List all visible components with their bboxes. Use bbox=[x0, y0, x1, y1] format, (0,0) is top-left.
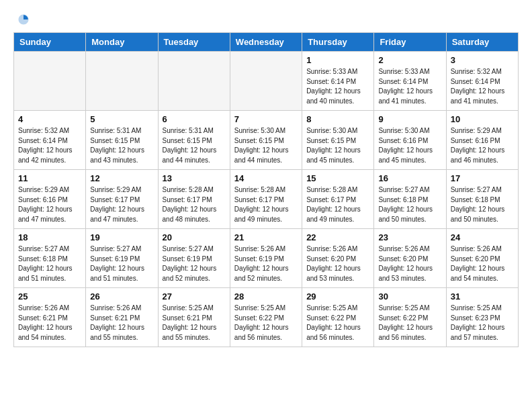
day-info: Sunrise: 5:25 AMSunset: 6:22 PMDaylight:… bbox=[306, 304, 369, 342]
day-info: Sunrise: 5:30 AMSunset: 6:16 PMDaylight:… bbox=[378, 126, 441, 165]
day-info: Sunrise: 5:33 AMSunset: 6:14 PMDaylight:… bbox=[306, 67, 369, 106]
day-number: 26 bbox=[90, 291, 153, 302]
calendar-cell: 8Sunrise: 5:30 AMSunset: 6:15 PMDaylight… bbox=[302, 111, 374, 170]
day-info: Sunrise: 5:27 AMSunset: 6:19 PMDaylight:… bbox=[90, 244, 153, 283]
page-header bbox=[13, 13, 519, 26]
calendar-cell: 15Sunrise: 5:28 AMSunset: 6:17 PMDayligh… bbox=[302, 170, 374, 229]
calendar-cell: 26Sunrise: 5:26 AMSunset: 6:21 PMDayligh… bbox=[86, 288, 158, 347]
calendar-cell: 16Sunrise: 5:27 AMSunset: 6:18 PMDayligh… bbox=[374, 170, 446, 229]
day-info: Sunrise: 5:25 AMSunset: 6:23 PMDaylight:… bbox=[451, 304, 514, 342]
day-info: Sunrise: 5:26 AMSunset: 6:21 PMDaylight:… bbox=[90, 304, 153, 342]
weekday-header-thursday: Thursday bbox=[302, 33, 374, 52]
day-number: 21 bbox=[234, 232, 298, 242]
weekday-header-wednesday: Wednesday bbox=[230, 33, 302, 52]
day-info: Sunrise: 5:29 AMSunset: 6:17 PMDaylight:… bbox=[90, 185, 153, 224]
day-number: 2 bbox=[378, 55, 441, 65]
weekday-header-saturday: Saturday bbox=[446, 33, 518, 52]
calendar-cell: 29Sunrise: 5:25 AMSunset: 6:22 PMDayligh… bbox=[302, 288, 374, 347]
day-info: Sunrise: 5:30 AMSunset: 6:15 PMDaylight:… bbox=[306, 126, 369, 165]
calendar-cell: 18Sunrise: 5:27 AMSunset: 6:18 PMDayligh… bbox=[14, 229, 86, 288]
day-number: 18 bbox=[18, 232, 81, 242]
day-number: 11 bbox=[18, 173, 81, 183]
day-number: 22 bbox=[306, 232, 369, 242]
calendar-cell: 5Sunrise: 5:31 AMSunset: 6:15 PMDaylight… bbox=[86, 111, 158, 170]
day-number: 13 bbox=[163, 173, 226, 183]
weekday-header-tuesday: Tuesday bbox=[158, 33, 230, 52]
day-info: Sunrise: 5:29 AMSunset: 6:16 PMDaylight:… bbox=[451, 126, 514, 165]
calendar-cell: 31Sunrise: 5:25 AMSunset: 6:23 PMDayligh… bbox=[446, 288, 518, 347]
calendar-cell bbox=[14, 52, 86, 111]
day-number: 6 bbox=[163, 114, 226, 124]
day-info: Sunrise: 5:25 AMSunset: 6:21 PMDaylight:… bbox=[163, 304, 226, 342]
day-info: Sunrise: 5:28 AMSunset: 6:17 PMDaylight:… bbox=[163, 185, 226, 224]
day-number: 4 bbox=[18, 114, 81, 124]
logo bbox=[13, 13, 30, 26]
calendar-cell: 17Sunrise: 5:27 AMSunset: 6:18 PMDayligh… bbox=[446, 170, 518, 229]
day-number: 12 bbox=[90, 173, 153, 183]
day-number: 3 bbox=[451, 55, 514, 65]
day-number: 1 bbox=[306, 55, 369, 65]
logo-icon bbox=[17, 13, 30, 26]
day-number: 25 bbox=[18, 291, 81, 302]
day-number: 14 bbox=[234, 173, 298, 183]
weekday-header-sunday: Sunday bbox=[14, 33, 86, 52]
day-info: Sunrise: 5:26 AMSunset: 6:20 PMDaylight:… bbox=[306, 244, 369, 283]
calendar-cell: 27Sunrise: 5:25 AMSunset: 6:21 PMDayligh… bbox=[158, 288, 230, 347]
calendar-cell: 2Sunrise: 5:33 AMSunset: 6:14 PMDaylight… bbox=[374, 52, 446, 111]
calendar-cell: 19Sunrise: 5:27 AMSunset: 6:19 PMDayligh… bbox=[86, 229, 158, 288]
day-number: 7 bbox=[234, 114, 298, 124]
day-number: 10 bbox=[451, 114, 514, 124]
calendar-cell: 28Sunrise: 5:25 AMSunset: 6:22 PMDayligh… bbox=[230, 288, 302, 347]
day-number: 8 bbox=[306, 114, 369, 124]
weekday-header-friday: Friday bbox=[374, 33, 446, 52]
calendar-week-3: 11Sunrise: 5:29 AMSunset: 6:16 PMDayligh… bbox=[14, 170, 519, 229]
calendar-cell: 4Sunrise: 5:32 AMSunset: 6:14 PMDaylight… bbox=[14, 111, 86, 170]
day-info: Sunrise: 5:28 AMSunset: 6:17 PMDaylight:… bbox=[234, 185, 298, 224]
day-info: Sunrise: 5:33 AMSunset: 6:14 PMDaylight:… bbox=[378, 67, 441, 106]
calendar-week-2: 4Sunrise: 5:32 AMSunset: 6:14 PMDaylight… bbox=[14, 111, 519, 170]
calendar-cell: 1Sunrise: 5:33 AMSunset: 6:14 PMDaylight… bbox=[302, 52, 374, 111]
day-number: 29 bbox=[306, 291, 369, 302]
weekday-header-monday: Monday bbox=[86, 33, 158, 52]
day-number: 17 bbox=[451, 173, 514, 183]
day-info: Sunrise: 5:26 AMSunset: 6:20 PMDaylight:… bbox=[378, 244, 441, 283]
day-info: Sunrise: 5:32 AMSunset: 6:14 PMDaylight:… bbox=[451, 67, 514, 106]
calendar-cell bbox=[86, 52, 158, 111]
calendar-table: SundayMondayTuesdayWednesdayThursdayFrid… bbox=[13, 32, 519, 347]
day-info: Sunrise: 5:26 AMSunset: 6:19 PMDaylight:… bbox=[234, 244, 298, 283]
calendar-cell: 23Sunrise: 5:26 AMSunset: 6:20 PMDayligh… bbox=[374, 229, 446, 288]
day-number: 30 bbox=[378, 291, 441, 302]
calendar-week-5: 25Sunrise: 5:26 AMSunset: 6:21 PMDayligh… bbox=[14, 288, 519, 347]
calendar-cell bbox=[158, 52, 230, 111]
calendar-week-1: 1Sunrise: 5:33 AMSunset: 6:14 PMDaylight… bbox=[14, 52, 519, 111]
day-number: 28 bbox=[234, 291, 298, 302]
day-number: 16 bbox=[378, 173, 441, 183]
calendar-cell: 24Sunrise: 5:26 AMSunset: 6:20 PMDayligh… bbox=[446, 229, 518, 288]
day-info: Sunrise: 5:28 AMSunset: 6:17 PMDaylight:… bbox=[306, 185, 369, 224]
day-info: Sunrise: 5:29 AMSunset: 6:16 PMDaylight:… bbox=[18, 185, 81, 224]
calendar-cell: 10Sunrise: 5:29 AMSunset: 6:16 PMDayligh… bbox=[446, 111, 518, 170]
day-info: Sunrise: 5:27 AMSunset: 6:18 PMDaylight:… bbox=[451, 185, 514, 224]
calendar-cell: 11Sunrise: 5:29 AMSunset: 6:16 PMDayligh… bbox=[14, 170, 86, 229]
day-number: 19 bbox=[90, 232, 153, 242]
day-number: 5 bbox=[90, 114, 153, 124]
day-number: 20 bbox=[163, 232, 226, 242]
calendar-cell: 12Sunrise: 5:29 AMSunset: 6:17 PMDayligh… bbox=[86, 170, 158, 229]
calendar-cell: 13Sunrise: 5:28 AMSunset: 6:17 PMDayligh… bbox=[158, 170, 230, 229]
calendar-cell: 7Sunrise: 5:30 AMSunset: 6:15 PMDaylight… bbox=[230, 111, 302, 170]
day-info: Sunrise: 5:31 AMSunset: 6:15 PMDaylight:… bbox=[90, 126, 153, 165]
calendar-cell: 22Sunrise: 5:26 AMSunset: 6:20 PMDayligh… bbox=[302, 229, 374, 288]
calendar-cell: 14Sunrise: 5:28 AMSunset: 6:17 PMDayligh… bbox=[230, 170, 302, 229]
weekday-header-row: SundayMondayTuesdayWednesdayThursdayFrid… bbox=[14, 33, 519, 52]
day-info: Sunrise: 5:25 AMSunset: 6:22 PMDaylight:… bbox=[378, 304, 441, 342]
calendar-cell: 21Sunrise: 5:26 AMSunset: 6:19 PMDayligh… bbox=[230, 229, 302, 288]
day-info: Sunrise: 5:30 AMSunset: 6:15 PMDaylight:… bbox=[234, 126, 298, 165]
day-info: Sunrise: 5:27 AMSunset: 6:18 PMDaylight:… bbox=[18, 244, 81, 283]
day-info: Sunrise: 5:31 AMSunset: 6:15 PMDaylight:… bbox=[163, 126, 226, 165]
day-info: Sunrise: 5:26 AMSunset: 6:21 PMDaylight:… bbox=[18, 304, 81, 342]
day-number: 27 bbox=[163, 291, 226, 302]
day-info: Sunrise: 5:27 AMSunset: 6:19 PMDaylight:… bbox=[163, 244, 226, 283]
calendar-cell: 25Sunrise: 5:26 AMSunset: 6:21 PMDayligh… bbox=[14, 288, 86, 347]
calendar-cell bbox=[230, 52, 302, 111]
day-number: 9 bbox=[378, 114, 441, 124]
